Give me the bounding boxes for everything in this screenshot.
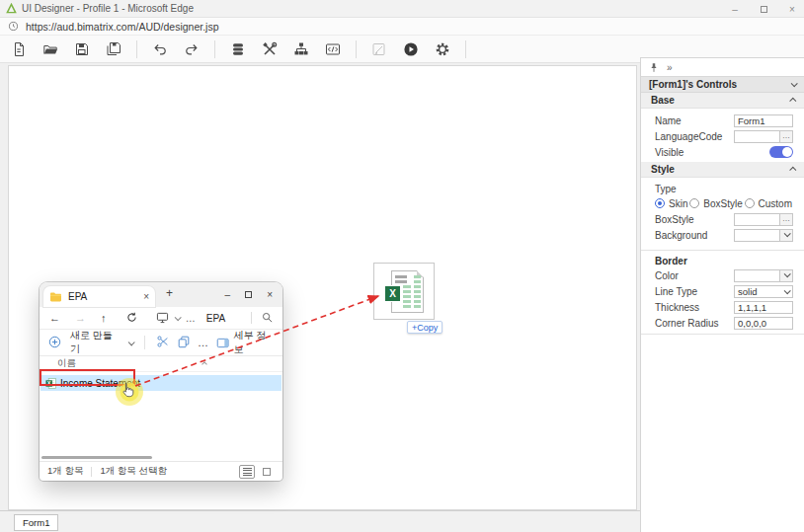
new-tab-icon[interactable]: + [166,286,173,300]
radio-icon [745,198,755,208]
more-options-button[interactable]: … [198,337,209,348]
database-icon[interactable] [227,38,249,60]
file-list: X Income Statement [40,372,282,456]
section-header-style[interactable]: Style [641,162,804,178]
line-type-label: Line Type [655,286,697,297]
file-row-income-statement[interactable]: X Income Statement [40,375,281,391]
thickness-input[interactable] [734,301,793,314]
explorer-maximize-icon[interactable] [245,289,252,300]
copy-icon[interactable] [177,335,191,350]
open-folder-icon[interactable] [40,38,61,60]
save-icon[interactable] [71,38,93,60]
border-color-dropdown-button[interactable] [779,269,793,282]
thickness-label: Thickness [655,302,699,313]
property-row-thickness: Thickness [641,299,804,315]
boxstyle-browse-button[interactable]: … [779,213,793,226]
explorer-navbar: ← → ↑ … EPA [40,307,282,330]
drag-copy-badge: +Copy [407,321,442,334]
languagecode-browse-button[interactable]: … [779,130,793,143]
details-pane-icon [216,337,229,349]
save-all-icon[interactable] [103,38,124,60]
forward-icon: → [75,312,101,324]
border-color-label: Color [655,270,679,281]
panel-header-controls[interactable]: [Form1]'s Controls [641,76,804,93]
toolbar-separator [356,40,357,58]
chevron-down-icon [791,80,798,87]
breadcrumb-chevron-icon [174,314,181,321]
breadcrumb-ellipsis[interactable]: … [186,313,197,324]
new-document-icon[interactable] [8,38,30,60]
address-bar[interactable]: https://aud.bimatrix.com/AUD/designer.js… [0,18,804,36]
chevron-up-icon [789,98,796,105]
explorer-address[interactable]: … EPA [156,312,225,324]
close-icon[interactable]: × [786,4,798,15]
languagecode-input[interactable] [734,130,779,143]
up-icon[interactable]: ↑ [101,312,126,324]
type-radio-group: Skin BoxStyle Custom [641,195,804,211]
details-view-icon[interactable] [239,465,255,479]
pin-icon[interactable] [649,62,659,73]
name-input[interactable] [734,114,793,127]
new-item-icon[interactable] [48,336,61,350]
boxstyle-swatch[interactable] [734,213,779,226]
new-item-button[interactable]: 새로 만들기 [70,329,120,356]
search-icon[interactable] [262,312,273,325]
radio-skin[interactable]: Skin [655,198,687,209]
window-title: UI Designer - Profile 1 - Microsoft Edge [22,3,194,14]
form-tabbar: Form1 [0,510,640,532]
properties-panel: » [Form1]'s Controls Base Name LanguageC… [640,57,804,532]
folder-icon [49,291,62,302]
property-row-linetype: Line Type solid [641,283,804,299]
redo-icon[interactable] [181,38,202,60]
name-label: Name [655,115,682,126]
visible-toggle[interactable] [769,146,793,158]
breadcrumb-folder[interactable]: EPA [206,313,225,324]
horizontal-scrollbar[interactable] [41,456,152,459]
radio-custom[interactable]: Custom [745,198,792,209]
section-header-base[interactable]: Base [641,93,804,109]
chevron-up-icon [789,167,796,174]
cut-icon[interactable] [156,335,170,350]
excel-drop-target[interactable]: X [373,263,435,320]
boxstyle-label: BoxStyle [655,214,693,225]
settings-gear-icon[interactable] [432,38,453,60]
tab-form1[interactable]: Form1 [14,514,58,531]
line-type-select[interactable]: solid [734,285,793,298]
drag-source-outline [40,369,135,386]
sitemap-icon[interactable] [290,38,312,60]
source-code-icon[interactable] [322,38,344,60]
back-icon[interactable]: ← [49,312,75,324]
new-item-chevron-icon[interactable] [128,339,135,345]
explorer-close-icon[interactable]: × [267,289,273,300]
property-row-languagecode: LanguageCode … [641,128,804,144]
large-icons-view-icon[interactable] [259,465,275,479]
property-row-background: Background [641,227,804,243]
corner-radius-input[interactable] [734,317,793,330]
selected-count-label: 1개 항목 선택함 [100,465,167,478]
refresh-icon[interactable] [126,312,152,325]
background-dropdown-button[interactable] [779,229,793,242]
radio-boxstyle[interactable]: BoxStyle [689,198,742,209]
file-explorer-window[interactable]: EPA × + – × ← → ↑ … EPA [40,282,282,481]
commandbar-separator [144,336,145,349]
details-button[interactable]: 세부 정보 [216,329,274,356]
tab-close-icon[interactable]: × [143,291,149,302]
background-label: Background [655,230,707,241]
border-color-swatch[interactable] [734,269,779,282]
toolbar-separator [214,40,215,58]
toolbar-separator [465,40,466,58]
toolbar-separator [136,40,137,58]
excel-x-badge: X [384,285,401,302]
explorer-minimize-icon[interactable]: – [225,289,231,300]
undo-icon[interactable] [149,38,171,60]
visible-label: Visible [655,147,683,158]
tools-icon[interactable] [259,38,281,60]
minimize-icon[interactable]: – [729,4,741,15]
explorer-tab[interactable]: EPA × [43,286,155,307]
run-icon[interactable] [400,38,422,60]
edit-icon [368,38,390,60]
maximize-icon[interactable] [758,4,769,15]
explorer-commandbar: 새로 만들기 … 세부 정보 [40,330,282,356]
collapse-panel-icon[interactable]: » [667,62,673,73]
background-swatch[interactable] [734,229,779,242]
